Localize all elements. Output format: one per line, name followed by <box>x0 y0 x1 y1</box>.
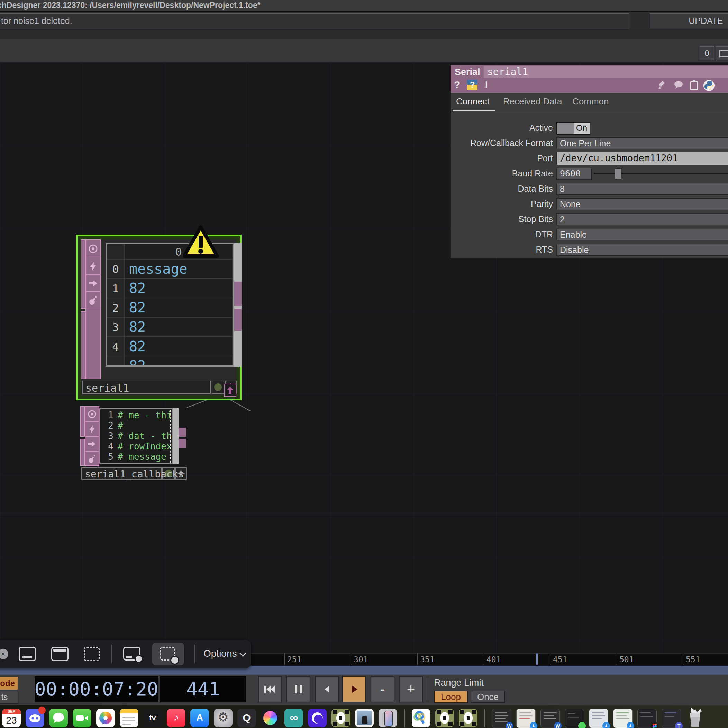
node-status-dot-box[interactable] <box>212 381 224 394</box>
touchdesigner-app-icon[interactable] <box>459 709 477 727</box>
bypass-flag-bomb-icon[interactable] <box>86 292 100 309</box>
photo-frame-app-icon[interactable] <box>355 709 374 727</box>
minimized-teams-window[interactable]: T <box>662 709 681 728</box>
node-input-strip-bottom[interactable] <box>81 311 86 379</box>
info-icon[interactable]: i <box>485 79 488 90</box>
infinity-glyph: ∞ <box>284 711 303 724</box>
python-help-icon[interactable]: ? <box>467 80 477 90</box>
step-back-button[interactable] <box>315 676 339 702</box>
node-input-strip-bottom[interactable] <box>80 439 85 466</box>
export-flag-arrow-icon[interactable] <box>86 437 99 451</box>
update-button[interactable]: UPDATE <box>650 14 728 28</box>
trash-icon[interactable] <box>686 709 705 727</box>
cook-flag-lightning-icon[interactable] <box>86 257 100 275</box>
touchdesigner-app-icon[interactable] <box>435 709 454 727</box>
pause-button[interactable] <box>286 676 310 702</box>
eye-app-icon[interactable] <box>308 709 327 727</box>
minimized-word-window[interactable]: W <box>492 709 511 728</box>
node-output-connector[interactable] <box>179 428 186 437</box>
copy-parameters-clipboard-icon[interactable] <box>689 80 700 90</box>
playhead[interactable] <box>536 654 538 665</box>
tab-common[interactable]: Common <box>572 96 609 107</box>
minimized-figma-window[interactable] <box>637 709 657 728</box>
node-input-strip-top[interactable] <box>80 406 85 437</box>
capture-window-icon[interactable] <box>51 647 69 661</box>
tab-received-data[interactable]: Received Data <box>503 96 562 107</box>
messages-app-icon[interactable] <box>49 709 68 727</box>
dtr-menu[interactable]: Enable <box>557 229 728 240</box>
appletv-app-icon[interactable]: tv <box>143 709 162 727</box>
minimized-word-window[interactable]: W <box>540 709 560 728</box>
cook-flag-lightning-icon[interactable] <box>86 422 99 437</box>
once-button[interactable]: Once <box>471 691 505 703</box>
gradient-orb-app-icon[interactable] <box>261 709 280 727</box>
dock-arrow-button[interactable] <box>224 384 236 397</box>
dat-table-viewer[interactable]: 0 0 message 1 82 2 82 3 82 4 82 82 <box>106 243 234 367</box>
edit-comment-pencil-icon[interactable] <box>658 80 668 90</box>
calendar-app-icon[interactable]: SEP 23 <box>2 709 21 727</box>
databits-menu[interactable]: 8 <box>557 183 728 195</box>
step-back-frame-button[interactable]: - <box>370 676 395 702</box>
touchdesigner-app-icon[interactable] <box>332 709 350 727</box>
code-scrollbar[interactable] <box>173 408 179 463</box>
facetime-app-icon[interactable] <box>73 709 91 727</box>
settings-app-icon[interactable]: ⚙ <box>214 709 232 727</box>
photos-app-icon[interactable] <box>96 709 115 727</box>
appstore-app-icon[interactable]: A <box>190 709 209 727</box>
export-flag-arrow-icon[interactable] <box>86 275 100 292</box>
capture-screen-icon[interactable] <box>19 647 36 661</box>
capture-selection-icon[interactable] <box>84 647 99 661</box>
bypass-flag-bomb-icon[interactable] <box>86 451 99 466</box>
dat-code-viewer[interactable]: 1 # me - this 2 # 3 # dat - the 4 # rowI… <box>99 408 173 463</box>
node-serial1-selected[interactable]: 0 0 message 1 82 2 82 3 82 4 82 82 <box>76 235 242 400</box>
operator-name-field[interactable]: serial1 <box>484 66 728 78</box>
baudrate-slider-handle[interactable] <box>615 168 621 179</box>
passwords-app-icon[interactable] <box>412 709 430 727</box>
node-name-field[interactable]: serial1 <box>82 381 211 394</box>
node-serial1-callbacks[interactable]: 1 # me - this 2 # 3 # dat - the 4 # rowI… <box>80 406 187 480</box>
step-forward-frame-button[interactable]: + <box>399 676 423 702</box>
music-app-icon[interactable]: ♪ <box>167 709 185 727</box>
baudrate-slider-track[interactable] <box>594 173 728 174</box>
options-button[interactable]: Options <box>203 648 245 659</box>
baudrate-field[interactable]: 9600 <box>557 168 592 180</box>
help-icon[interactable]: ? <box>454 79 460 91</box>
python-logo-icon[interactable] <box>703 80 713 90</box>
tab-connect[interactable]: Connect <box>456 96 489 107</box>
skip-to-start-button[interactable] <box>258 676 282 702</box>
minimized-safari-window[interactable] <box>516 709 535 728</box>
arduino-app-icon[interactable]: ∞ <box>284 709 303 727</box>
node-output-connector[interactable] <box>234 309 242 331</box>
node-serial1-body[interactable]: 0 0 message 1 82 2 82 3 82 4 82 82 <box>81 239 237 396</box>
loop-button-active[interactable]: Loop <box>434 691 468 703</box>
layout-button[interactable] <box>716 46 728 60</box>
parity-menu[interactable]: None <box>557 198 728 210</box>
node-output-connector[interactable] <box>234 281 242 306</box>
node-name-field[interactable]: serial1_callbacks <box>81 467 162 480</box>
iphone-mirroring-icon[interactable] <box>379 709 397 727</box>
minimized-safari-window[interactable] <box>613 709 633 728</box>
timecode-mode-button[interactable]: Code <box>0 677 18 690</box>
pane-counter[interactable]: 0 <box>700 46 714 60</box>
minimized-messages-window[interactable] <box>565 709 584 728</box>
node-input-strip-top[interactable] <box>81 239 86 309</box>
discord-app-icon[interactable] <box>26 709 44 727</box>
stopbits-menu[interactable]: 2 <box>557 214 728 225</box>
viewer-flag[interactable] <box>86 240 100 257</box>
rowcallbackformat-menu[interactable]: One Per Line <box>557 138 728 149</box>
record-selection-active[interactable] <box>152 642 184 665</box>
node-output-connector[interactable] <box>179 439 186 448</box>
viewer-flag[interactable] <box>86 407 99 422</box>
close-icon[interactable]: × <box>0 649 8 659</box>
comment-bubble-icon[interactable] <box>673 80 684 90</box>
record-screen-icon[interactable] <box>123 647 141 661</box>
notes-app-icon[interactable] <box>120 709 138 727</box>
play-button-active[interactable] <box>342 676 366 702</box>
active-toggle-on[interactable]: On <box>574 122 590 135</box>
units-mode-button[interactable]: ts <box>0 691 18 704</box>
quicktime-app-icon[interactable]: Q <box>237 709 256 727</box>
active-toggle[interactable] <box>557 122 575 135</box>
rts-menu[interactable]: Disable <box>557 244 728 256</box>
port-field[interactable]: /dev/cu.usbmodem11201 <box>557 152 728 165</box>
minimized-safari-window[interactable] <box>589 709 608 728</box>
